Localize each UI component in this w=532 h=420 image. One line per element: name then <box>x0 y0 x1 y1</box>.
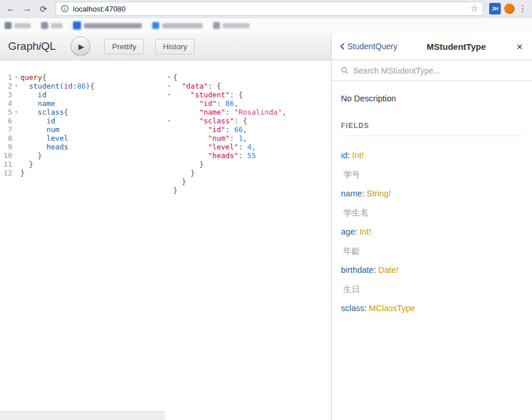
code-text: "sclass": { <box>173 116 247 125</box>
query-editor[interactable]: 1▾query{2▾ student(id:86){3 id4 name5▾ s… <box>0 60 165 420</box>
type-name-link[interactable]: Date! <box>379 265 399 275</box>
code-text: id <box>20 116 55 125</box>
code-line: "level": 4, <box>165 143 331 151</box>
line-number: 10 <box>0 151 12 160</box>
close-doc-icon[interactable]: × <box>515 41 524 52</box>
history-button[interactable]: History <box>155 39 195 54</box>
fold-arrow-icon[interactable]: ▾ <box>12 82 20 90</box>
code-line: 1▾query{ <box>0 73 165 82</box>
reload-button[interactable]: ⟳ <box>37 5 50 13</box>
fold-spacer <box>12 143 20 151</box>
browser-window: ← → ⟳ localhost:47080 ☆ JH ⋮ <box>0 0 532 420</box>
field-name-link[interactable]: sclass <box>341 304 364 313</box>
fold-spacer <box>165 177 173 186</box>
extension-orange-icon[interactable] <box>504 3 515 14</box>
bookmark-item[interactable] <box>152 22 203 29</box>
code-line: ▾ "student": { <box>165 90 331 99</box>
bookmark-favicon <box>5 22 12 29</box>
code-line: 6 id <box>0 116 165 125</box>
field-description: 学生名 <box>343 207 523 218</box>
code-text: id <box>20 90 46 99</box>
doc-title: MStudentType <box>397 42 515 52</box>
code-line: 3 id <box>0 90 165 99</box>
code-text: } <box>173 160 204 169</box>
fold-arrow-icon[interactable]: ▾ <box>165 90 173 99</box>
bookmark-favicon <box>213 22 220 29</box>
field-name-link[interactable]: id <box>341 151 347 160</box>
doc-field-item: age: Int!年龄 <box>341 227 523 257</box>
colon: : <box>373 265 378 275</box>
bookmark-favicon <box>73 21 81 30</box>
doc-content: No Description FIELDS id: Int!学号name: St… <box>332 81 532 420</box>
search-icon <box>341 67 348 74</box>
doc-field-item: id: Int!学号 <box>341 150 523 180</box>
doc-back-link[interactable]: StudentQuery <box>340 42 397 51</box>
doc-field-item: birthdate: Date!生日 <box>341 265 523 295</box>
fold-arrow-icon[interactable]: ▾ <box>12 108 20 116</box>
line-number: 9 <box>0 143 12 151</box>
fold-spacer <box>165 169 173 177</box>
code-text: sclass{ <box>20 108 68 116</box>
fold-spacer <box>12 134 20 143</box>
page-info-icon[interactable] <box>61 5 69 13</box>
editors-area: 1▾query{2▾ student(id:86){3 id4 name5▾ s… <box>0 60 331 420</box>
result-viewer: ▾{▾ "data": {▾ "student": { "id": 86, "n… <box>165 60 331 420</box>
code-text: name <box>20 99 55 108</box>
bookmark-label-redacted <box>223 23 250 28</box>
url-bar[interactable]: localhost:47080 ☆ <box>56 2 483 16</box>
line-number: 12 <box>0 169 12 177</box>
code-line: "id": 66, <box>165 125 331 134</box>
query-code: 1▾query{2▾ student(id:86){3 id4 name5▾ s… <box>0 73 165 177</box>
prettify-button[interactable]: Prettify <box>104 39 144 54</box>
fold-spacer <box>12 151 20 160</box>
code-line: 2▾ student(id:86){ <box>0 82 165 90</box>
code-line: } <box>165 160 331 169</box>
bookmark-label-redacted <box>84 23 142 28</box>
fold-arrow-icon[interactable]: ▾ <box>165 82 173 90</box>
bookmark-label-redacted <box>162 23 203 28</box>
graphiql-app: GraphiQL ▶ Prettify History 1▾query{2▾ s… <box>0 33 532 420</box>
result-code: ▾{▾ "data": {▾ "student": { "id": 86, "n… <box>165 73 331 195</box>
fold-arrow-icon[interactable]: ▾ <box>165 73 173 82</box>
fold-spacer <box>165 160 173 169</box>
browser-menu-icon[interactable]: ⋮ <box>518 3 527 14</box>
forward-button[interactable]: → <box>21 4 34 13</box>
line-number: 8 <box>0 134 12 143</box>
bookmark-item[interactable] <box>73 21 142 30</box>
bookmark-item[interactable] <box>41 22 63 29</box>
field-name-link[interactable]: birthdate <box>341 265 373 275</box>
type-name-link[interactable]: Int! <box>359 227 371 236</box>
execute-query-button[interactable]: ▶ <box>71 36 90 56</box>
bookmark-item[interactable] <box>5 22 31 29</box>
code-line: "name": "Rosalinda", <box>165 108 331 116</box>
fold-spacer <box>12 99 20 108</box>
bookmark-label-redacted <box>14 23 31 28</box>
extension-jh-icon[interactable]: JH <box>489 3 501 14</box>
query-variables-bar[interactable] <box>0 411 165 420</box>
field-name-link[interactable]: name <box>341 189 362 198</box>
code-text: } <box>173 169 195 177</box>
type-name-link[interactable]: Int! <box>352 151 364 160</box>
type-name-link[interactable]: String! <box>366 189 391 198</box>
doc-explorer-header: StudentQuery MStudentType × <box>332 33 532 60</box>
fold-arrow-icon[interactable]: ▾ <box>12 73 20 82</box>
doc-search-input[interactable] <box>353 66 523 75</box>
doc-field-line: sclass: MClassType <box>341 303 523 314</box>
code-text: "student": { <box>173 90 243 99</box>
back-button[interactable]: ← <box>5 4 17 13</box>
doc-field-item: name: String!学生名 <box>341 188 523 218</box>
field-name-link[interactable]: age <box>341 227 355 236</box>
bookmark-item[interactable] <box>213 22 250 29</box>
graphiql-logo: GraphiQL <box>8 40 56 53</box>
doc-field-line: age: Int! <box>341 227 523 238</box>
bookmark-star-icon[interactable]: ☆ <box>471 3 478 14</box>
code-line: 9 heads <box>0 143 165 151</box>
code-line: ▾{ <box>165 73 331 82</box>
line-number: 5 <box>0 108 12 116</box>
doc-explorer: StudentQuery MStudentType × No Descripti… <box>331 33 532 420</box>
code-text: { <box>173 73 178 82</box>
fold-spacer <box>165 151 173 160</box>
fold-arrow-icon[interactable]: ▾ <box>165 116 173 125</box>
type-name-link[interactable]: MClassType <box>369 304 415 313</box>
code-line: 10 } <box>0 151 165 160</box>
